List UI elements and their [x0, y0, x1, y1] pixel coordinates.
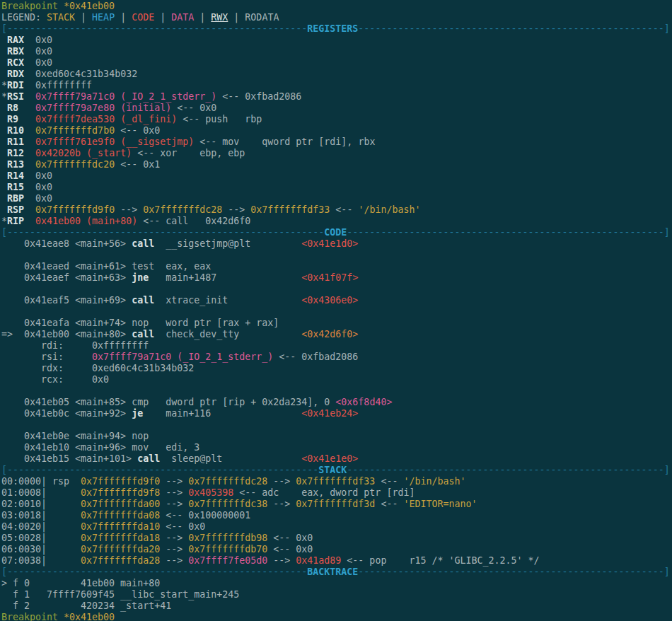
code-line: 0x41eaef <main+63> jne main+1487 <0x41f0…: [1, 272, 672, 284]
text-segment: [24, 204, 35, 215]
text-segment: 0x7fffffffd9f0: [35, 204, 115, 215]
text-segment: call: [137, 453, 160, 464]
reg-r11: R11 0x7ffff761e9f0 (__sigsetjmp) <-- mov…: [1, 137, 672, 148]
text-segment: 0x41eb00 (main+80): [35, 216, 137, 226]
text-segment: RCX: [7, 57, 24, 68]
text-segment: R13: [7, 159, 24, 170]
stack-row-01: 01:0008| 0x7fffffffd9f8 --> 0x405398 <--…: [1, 487, 672, 499]
reg-rip: *RIP 0x41eb00 (main+80) <-- call 0x42d6f…: [1, 216, 672, 227]
text-segment: <-- call 0x42d6f0: [137, 216, 250, 226]
text-segment: 0x7fffffffda18: [81, 533, 160, 543]
reg-r10: R10 0x7fffffffd7b0 <-- 0x0: [1, 125, 672, 137]
text-segment: [18, 114, 35, 124]
text-segment: 0x41eb0c <main+92>: [1, 408, 132, 419]
text-segment: DATA: [171, 12, 194, 23]
text-segment: 0x7fffffffdc28: [143, 204, 222, 215]
text-segment: 0x7fffffffdb70: [188, 544, 267, 555]
text-segment: <0x42d6f0>: [301, 329, 358, 339]
text-segment: 02:0010|: [1, 499, 81, 509]
text-segment: STACK: [47, 12, 75, 23]
stack-row-05: 05:0028| 0x7fffffffda18 --> 0x7fffffffdb…: [1, 533, 672, 544]
code-divider-label: CODE: [324, 227, 347, 238]
text-segment: RBX: [7, 46, 24, 57]
text-segment: <-- 0x1: [115, 159, 160, 170]
text-segment: HEAP: [92, 12, 115, 23]
text-segment: 0x41eafa <main+74>: [1, 318, 132, 328]
text-segment: 0x0: [24, 170, 52, 181]
text-segment: [228, 295, 301, 306]
blank-line: [1, 306, 672, 318]
text-segment: R9: [7, 114, 18, 124]
reg-r15: R15 0x0: [1, 182, 672, 193]
text-segment: [1, 125, 7, 136]
divider-dashes: ----------------------------------------…: [358, 23, 669, 34]
divider-dashes: ----------------------------------------…: [347, 465, 669, 475]
divider-dashes: ----------------------------------------…: [358, 567, 669, 577]
call-arg-rcx: rcx: 0x0: [1, 374, 672, 385]
text-segment: R12: [7, 148, 24, 158]
text-segment: je: [132, 408, 143, 419]
text-segment: [1, 103, 7, 113]
text-segment: 0x41eb0e <main+94>: [1, 431, 132, 441]
text-segment: -->: [222, 204, 250, 215]
text-segment: 0x7fffffffdc38: [188, 499, 267, 509]
reg-rbx: RBX 0x0: [1, 46, 672, 57]
divider-dashes: [---------------------------------------…: [1, 465, 318, 475]
text-segment: 0x7fffffffdb98: [188, 533, 267, 543]
code-line: 0x41eb0e <main+94> nop: [1, 431, 672, 442]
text-segment: xtrace_init: [154, 295, 228, 306]
text-segment: RSI: [7, 91, 24, 102]
code-line-current: => 0x41eb00 <main+80> call check_dev_tty…: [1, 329, 672, 340]
code-line: 0x41eb0c <main+92> je main+116 <0x41eb24…: [1, 408, 672, 419]
text-segment: -->: [160, 555, 188, 566]
reg-rdi: *RDI 0xffffffff: [1, 80, 672, 91]
text-segment: [24, 148, 35, 158]
debugger-terminal[interactable]: Breakpoint *0x41eb00LEGEND: STACK | HEAP…: [1, 1, 672, 621]
text-segment: <-- 0x0: [267, 544, 313, 555]
breakpoint-banner-top: Breakpoint *0x41eb00: [1, 1, 672, 12]
text-segment: <-- 0xfbad2086: [273, 352, 358, 362]
text-segment: [1, 114, 7, 124]
text-segment: [1, 46, 7, 57]
reg-rsi: *RSI 0x7ffff79a71c0 (_IO_2_1_stderr_) <-…: [1, 91, 672, 103]
text-segment: edi, 3: [149, 442, 199, 453]
code-line: 0x41eafa <main+74> nop word ptr [rax + r…: [1, 318, 672, 329]
text-segment: |: [228, 12, 245, 23]
text-segment: 0x41eaef <main+63>: [1, 272, 132, 283]
text-segment: 03:0018|: [1, 510, 81, 521]
text-segment: RAX: [7, 35, 24, 45]
text-segment: 0x0: [24, 57, 52, 68]
text-segment: > f 0 41eb00 main+80: [1, 578, 160, 588]
text-segment: eax, eax: [154, 261, 211, 272]
text-segment: 0x7fffffffdf3d: [296, 499, 375, 509]
code-line: 0x41eb10 <main+96> mov edi, 3: [1, 442, 672, 453]
text-segment: RODATA: [245, 12, 279, 23]
text-segment: <--: [375, 476, 403, 487]
text-segment: -->: [160, 499, 188, 509]
text-segment: <-- adc eax, dword ptr [rdi]: [233, 487, 415, 498]
text-segment: R15: [7, 182, 24, 192]
backtrace-frame-0: > f 0 41eb00 main+80: [1, 578, 672, 589]
code-line: 0x41eb05 <main+85> cmp dword ptr [rip + …: [1, 397, 672, 408]
text-segment: 0x41eb10 <main+96>: [1, 442, 132, 453]
text-segment: RBP: [7, 193, 24, 204]
text-segment: [1, 182, 7, 192]
text-segment: [1, 137, 7, 147]
text-segment: <-- 0x0: [115, 125, 160, 136]
reg-rax: RAX 0x0: [1, 35, 672, 46]
backtrace-frame-2: f 2 420234 _start+41: [1, 600, 672, 612]
text-segment: <0x41f07f>: [301, 272, 358, 283]
text-segment: *0x41eb00: [58, 1, 115, 11]
text-segment: |: [75, 12, 92, 23]
text-segment: <--: [375, 499, 403, 509]
stack-row-04: 04:0020| 0x7fffffffda10 <-- 0x0: [1, 521, 672, 533]
text-segment: <-- pop r15 /* 'GLIBC_2.2.5' */: [341, 555, 539, 566]
text-segment: 0xed60c4c31b34b032: [24, 69, 137, 79]
text-segment: mov: [132, 442, 149, 453]
text-segment: 0x0: [24, 193, 52, 204]
divider-dashes: [---------------------------------------…: [1, 23, 307, 34]
text-segment: 0x0: [24, 35, 52, 45]
stack-row-03: 03:0018| 0x7fffffffda08 <-- 0x100000001: [1, 510, 672, 521]
text-segment: <0x41eb24>: [301, 408, 358, 419]
text-segment: 'EDITOR=nano': [403, 499, 477, 509]
